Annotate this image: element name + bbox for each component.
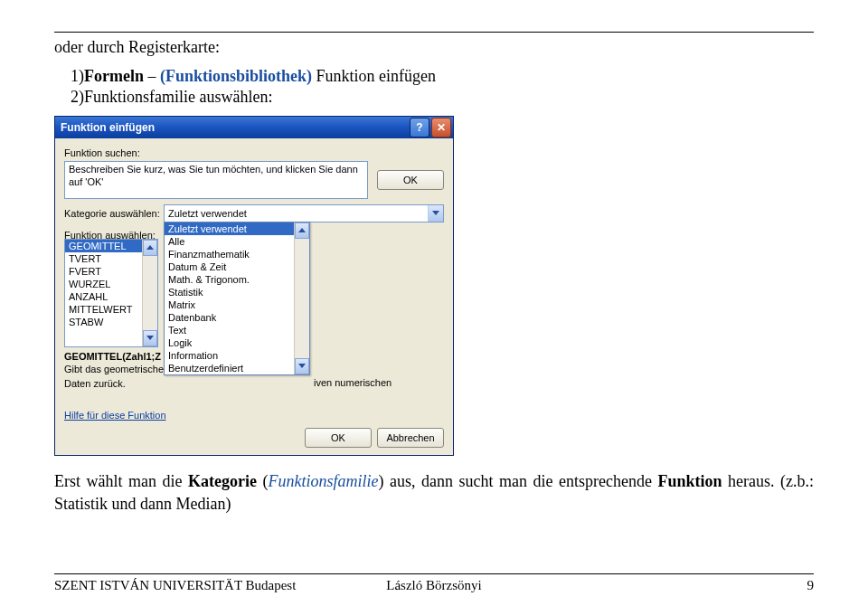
- function-description-right: iven numerischen: [314, 377, 392, 388]
- page-footer: SZENT ISTVÁN UNIVERSITÄT Budapest László…: [54, 573, 814, 593]
- list-scrollbar[interactable]: [142, 240, 157, 346]
- dropdown-option[interactable]: Zuletzt verwendet: [165, 223, 309, 235]
- category-combo[interactable]: Zuletzt verwendet: [164, 204, 444, 223]
- close-button[interactable]: ✕: [431, 118, 451, 137]
- chevron-down-icon[interactable]: [428, 205, 443, 222]
- cancel-button[interactable]: Abbrechen: [377, 428, 444, 448]
- dropdown-option[interactable]: Benutzerdefiniert: [165, 362, 309, 374]
- category-value: Zuletzt verwendet: [168, 208, 428, 219]
- dialog-buttons: OK Abbrechen: [64, 428, 444, 448]
- dropdown-option[interactable]: Matrix: [165, 298, 309, 311]
- dropdown-option[interactable]: Datenbank: [165, 311, 309, 324]
- caption: Erst wählt man die Kategorie (Funktionsf…: [54, 470, 814, 515]
- caption-funktionsfamilie: Funktionsfamilie: [269, 472, 379, 490]
- function-listbox[interactable]: GEOMITTEL TVERT FVERT WURZEL ANZAHL MITT…: [64, 239, 158, 347]
- page: Grundriss von Excel oder durch Registerk…: [0, 0, 868, 606]
- dialog-title: Funktion einfügen: [61, 121, 408, 134]
- header-rule: [54, 32, 814, 33]
- search-row: Beschreiben Sie kurz, was Sie tun möchte…: [64, 161, 444, 199]
- step1-group: (Funktionsbibliothek): [160, 67, 312, 85]
- caption-funktion: Funktion: [657, 472, 722, 490]
- caption-kategorie: Kategorie: [188, 472, 257, 490]
- close-icon: ✕: [437, 121, 446, 134]
- scroll-up-icon[interactable]: [295, 223, 309, 239]
- search-input[interactable]: Beschreiben Sie kurz, was Sie tun möchte…: [64, 161, 368, 199]
- steps: 1)Formeln – (Funktionsbibliothek) Funkti…: [71, 66, 814, 109]
- dropdown-option[interactable]: Statistik: [165, 286, 309, 298]
- search-ok-button[interactable]: OK: [377, 170, 444, 190]
- category-combo-wrap: Zuletzt verwendet Zuletzt verwendet Alle…: [164, 204, 444, 223]
- dropdown-scrollbar[interactable]: [294, 223, 309, 374]
- intro-text: oder durch Registerkarte:: [54, 38, 814, 57]
- dropdown-option[interactable]: Text: [165, 324, 309, 336]
- footer-page-number: 9: [561, 578, 814, 593]
- function-insert-dialog: Funktion einfügen ? ✕ Funktion suchen: B…: [54, 116, 454, 457]
- dropdown-option[interactable]: Logik: [165, 336, 309, 349]
- dropdown-option[interactable]: Math. & Trigonom.: [165, 273, 309, 286]
- dropdown-option[interactable]: Information: [165, 349, 309, 362]
- scroll-down-icon[interactable]: [143, 330, 157, 346]
- category-row: Kategorie auswählen: Zuletzt verwendet Z…: [64, 204, 444, 223]
- search-label: Funktion suchen:: [64, 147, 444, 158]
- help-button[interactable]: ?: [410, 118, 429, 137]
- footer-center: László Börzsönyi: [307, 578, 561, 593]
- dropdown-option[interactable]: Finanzmathematik: [165, 248, 309, 260]
- titlebar[interactable]: Funktion einfügen ? ✕: [55, 117, 453, 138]
- ok-button[interactable]: OK: [305, 428, 372, 448]
- help-link[interactable]: Hilfe für diese Funktion: [64, 410, 166, 421]
- step1-tab: Formeln: [84, 67, 144, 85]
- scroll-up-icon[interactable]: [143, 240, 157, 256]
- step-2: 2)Funktionsfamilie auswählen:: [71, 87, 814, 108]
- dropdown-option[interactable]: Datum & Zeit: [165, 260, 309, 273]
- category-dropdown[interactable]: Zuletzt verwendet Alle Finanzmathematik …: [164, 222, 310, 375]
- scroll-down-icon[interactable]: [295, 358, 309, 374]
- dialog-body: Funktion suchen: Beschreiben Sie kurz, w…: [55, 138, 453, 456]
- dropdown-option[interactable]: Alle: [165, 235, 309, 248]
- footer-left: SZENT ISTVÁN UNIVERSITÄT Budapest: [54, 578, 307, 593]
- category-label: Kategorie auswählen:: [64, 208, 164, 219]
- step-1: 1)Formeln – (Funktionsbibliothek) Funkti…: [71, 66, 814, 87]
